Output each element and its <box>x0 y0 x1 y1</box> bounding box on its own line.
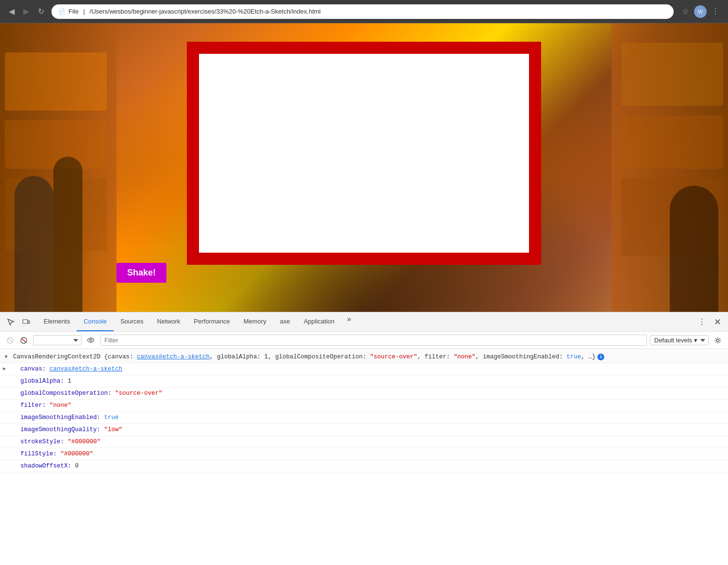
svg-point-6 <box>90 339 92 341</box>
devtools-toolbar: Elements Console Sources Network Perform… <box>0 312 728 332</box>
webpage-area: Shake! <box>0 23 728 312</box>
console-key-globalalpha: globalAlpha: <box>20 378 68 385</box>
console-string-none: "none" <box>454 354 476 360</box>
devtools-left-icons <box>4 315 33 329</box>
avatar: W <box>694 5 707 18</box>
tab-sources[interactable]: Sources <box>114 312 150 331</box>
console-prop-globalalpha: globalAlpha: 1 <box>0 375 728 387</box>
address-scheme: File <box>68 8 79 15</box>
tab-application[interactable]: Application <box>297 312 342 331</box>
clear-console-button[interactable] <box>4 334 17 347</box>
console-prop-imagesmoothing-quality: imageSmoothingQuality: "low" <box>0 424 728 436</box>
console-val-imagesmoothingenabled: true <box>104 414 119 421</box>
console-settings-button[interactable] <box>711 334 724 347</box>
console-text-globalalpha: , globalAlpha: 1, globalCompositeOperati… <box>210 354 370 360</box>
canvas-white <box>199 54 529 253</box>
console-val-strokestyle: "#000000" <box>68 438 101 445</box>
devtools-close-button[interactable]: ✕ <box>711 315 724 329</box>
tab-memory[interactable]: Memory <box>237 312 273 331</box>
devtools-panel: Elements Console Sources Network Perform… <box>0 312 728 565</box>
devtools-menu-button[interactable]: ⋮ <box>695 315 709 329</box>
console-key-filter: filter: <box>20 402 50 409</box>
console-left-icons <box>4 334 30 347</box>
console-output: ▶ CanvasRenderingContext2D {canvas: canv… <box>0 349 728 565</box>
tab-axe[interactable]: axe <box>273 312 297 331</box>
right-decor <box>612 23 728 312</box>
console-val-imagesmoothing-quality: "low" <box>104 426 123 433</box>
expand-arrow-main[interactable]: ▶ <box>2 355 10 358</box>
canvas-wrapper <box>187 42 541 265</box>
shake-button[interactable]: Shake! <box>116 263 166 283</box>
bookmark-button[interactable]: ☆ <box>678 5 692 18</box>
console-prop-imagesmoothingenabled: imageSmoothingEnabled: true <box>0 412 728 424</box>
console-text-more: , …} <box>581 354 596 360</box>
console-prop-shadowoffsetx: shadowOffsetX: 0 <box>0 460 728 472</box>
filter-toggle-button[interactable] <box>17 334 30 347</box>
console-prop-filter: filter: "none" <box>0 400 728 412</box>
back-button[interactable]: ◀ <box>6 6 17 17</box>
info-badge: i <box>597 354 604 360</box>
browser-actions: ☆ W ⋮ <box>678 5 722 18</box>
console-key-imagesmoothing-quality: imageSmoothingQuality: <box>20 426 104 433</box>
console-prop-fillstyle: fillStyle: "#000000" <box>0 448 728 460</box>
more-tabs-button[interactable]: » <box>342 312 356 326</box>
console-prop-strokestyle: strokeStyle: "#000000" <box>0 436 728 448</box>
tab-performance[interactable]: Performance <box>187 312 236 331</box>
console-val-shadowoffsetx: 0 <box>75 463 79 469</box>
address-text: /Users/wesbos/beginner-javascript/exerci… <box>90 8 667 15</box>
menu-button[interactable]: ⋮ <box>709 5 722 18</box>
console-key-strokestyle: strokeStyle: <box>20 438 68 445</box>
live-expressions-button[interactable] <box>84 334 97 347</box>
console-val-filter: "none" <box>50 402 71 409</box>
browser-chrome: ◀ ▶ ↻ 📄 File | /Users/wesbos/beginner-ja… <box>0 0 728 23</box>
console-link-canvas[interactable]: canvas#etch-a-sketch <box>137 354 210 360</box>
address-bar[interactable]: 📄 File | /Users/wesbos/beginner-javascri… <box>51 4 674 19</box>
expand-arrow-canvas[interactable]: ▶ <box>3 365 6 373</box>
console-prop-canvas[interactable]: ▶ canvas: canvas#etch-a-sketch <box>0 363 728 375</box>
console-val-fillstyle: "#000000" <box>61 451 94 457</box>
console-toolbar: top Default levels ▾ <box>0 332 728 349</box>
console-key-fillstyle: fillStyle: <box>20 451 61 457</box>
file-icon: 📄 <box>58 8 66 15</box>
console-key-canvas: canvas: <box>20 366 50 372</box>
console-text-imagesmoothing: , imageSmoothingEnabled: <box>476 354 567 360</box>
console-key-globalcomposite: globalCompositeOperation: <box>20 390 115 397</box>
tab-network[interactable]: Network <box>150 312 187 331</box>
console-val-globalcomposite: "source-over" <box>115 390 163 397</box>
devtools-tabs: Elements Console Sources Network Perform… <box>37 312 695 331</box>
svg-point-7 <box>717 339 719 341</box>
context-select[interactable]: top <box>33 335 82 345</box>
tab-elements[interactable]: Elements <box>37 312 77 331</box>
svg-rect-0 <box>23 320 28 323</box>
console-text-filter: , filter: <box>417 354 454 360</box>
svg-line-3 <box>8 339 12 342</box>
svg-rect-1 <box>28 321 30 323</box>
console-bool-true: true <box>566 354 581 360</box>
console-val-globalalpha: 1 <box>68 378 72 385</box>
device-toolbar-button[interactable] <box>19 315 33 329</box>
console-key-shadowoffsetx: shadowOffsetX: <box>20 463 75 469</box>
devtools-toolbar-right: ⋮ ✕ <box>695 315 724 329</box>
forward-button[interactable]: ▶ <box>20 6 32 17</box>
nav-buttons: ◀ ▶ ↻ <box>6 6 47 17</box>
console-key-imagesmoothingenabled: imageSmoothingEnabled: <box>20 414 104 421</box>
address-separator: | <box>82 8 87 15</box>
levels-select[interactable]: Default levels ▾ <box>650 335 709 345</box>
console-string-source-over: "source-over" <box>370 354 417 360</box>
console-text-canvasrenderingcontext2d: CanvasRenderingContext2D {canvas: <box>13 354 137 360</box>
console-line-main[interactable]: ▶ CanvasRenderingContext2D {canvas: canv… <box>0 351 728 363</box>
left-decor <box>0 23 116 312</box>
reload-button[interactable]: ↻ <box>35 6 47 17</box>
tab-console[interactable]: Console <box>77 312 114 331</box>
svg-line-5 <box>22 339 26 342</box>
filter-input[interactable] <box>100 335 647 346</box>
console-prop-globalcomposite: globalCompositeOperation: "source-over" <box>0 387 728 400</box>
console-val-canvas[interactable]: canvas#etch-a-sketch <box>50 366 122 372</box>
inspect-element-button[interactable] <box>4 315 17 329</box>
